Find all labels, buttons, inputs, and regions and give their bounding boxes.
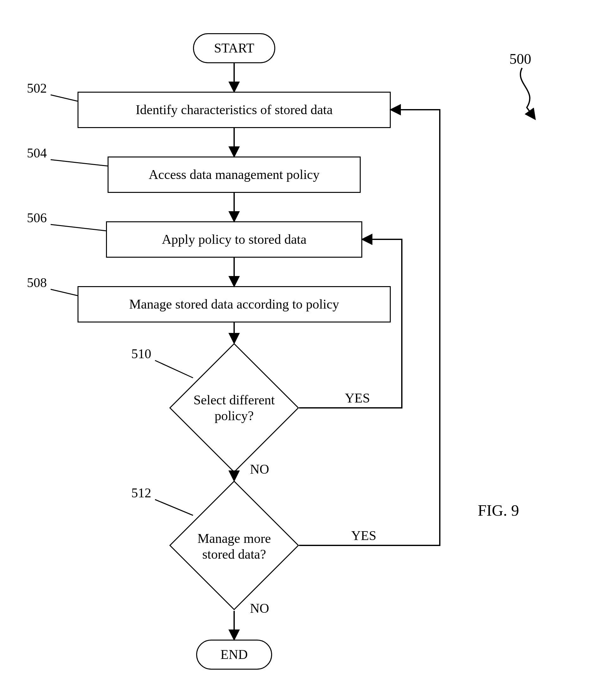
end-terminator: END <box>196 640 272 670</box>
leader-508 <box>51 289 77 296</box>
ref-508: 508 <box>27 275 47 290</box>
figure-label: FIG. 9 <box>478 501 519 520</box>
ref-512: 512 <box>131 485 151 500</box>
decision-510-text: Select different policy? <box>177 384 291 431</box>
step-508-text: Manage stored data according to policy <box>129 296 339 313</box>
edge-510-no: NO <box>250 461 269 477</box>
start-terminator: START <box>193 33 275 63</box>
ref-504: 504 <box>27 145 47 160</box>
leader-510 <box>155 360 193 378</box>
leader-506 <box>51 224 106 231</box>
ref-502: 502 <box>27 81 47 96</box>
start-label: START <box>214 40 254 57</box>
step-508-box: Manage stored data according to policy <box>77 286 391 323</box>
leader-502 <box>51 95 77 101</box>
arrow-510-yes <box>299 239 402 408</box>
squiggle-500 <box>521 68 535 119</box>
edge-510-yes: YES <box>345 391 370 406</box>
edge-512-yes: YES <box>351 528 376 543</box>
step-506-text: Apply policy to stored data <box>162 231 306 248</box>
ref-510: 510 <box>131 346 151 361</box>
step-502-box: Identify characteristics of stored data <box>77 92 391 128</box>
leader-504 <box>51 160 107 166</box>
step-502-text: Identify characteristics of stored data <box>136 101 333 118</box>
edge-512-no: NO <box>250 601 269 616</box>
step-504-box: Access data management policy <box>107 156 361 193</box>
step-504-text: Access data management policy <box>149 166 319 183</box>
end-label: END <box>220 646 248 663</box>
leader-512 <box>155 500 193 515</box>
flowchart-canvas: START END Identify characteristics of st… <box>0 0 604 700</box>
figure-ref-500: 500 <box>509 51 531 67</box>
step-506-box: Apply policy to stored data <box>106 221 362 258</box>
ref-506: 506 <box>27 210 47 225</box>
decision-512-text: Manage more stored data? <box>180 523 288 570</box>
